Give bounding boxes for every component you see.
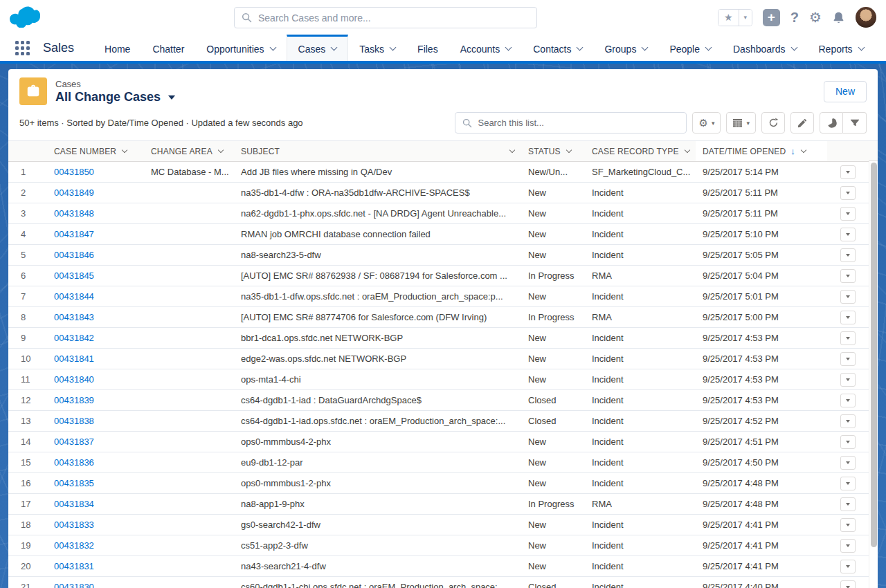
case-number-link[interactable]: 00431850 (54, 167, 94, 177)
list-search (455, 112, 687, 134)
row-actions-button[interactable] (840, 207, 856, 221)
tab-people[interactable]: People (658, 35, 722, 61)
caret-down-icon (846, 420, 850, 423)
tab-accounts[interactable]: Accounts (449, 35, 523, 61)
scrollbar-thumb[interactable] (871, 163, 877, 547)
table-row: 400431847RMAN job OMRCHI database connec… (8, 224, 869, 245)
case-number-link[interactable]: 00431839 (54, 395, 94, 405)
tab-contacts[interactable]: Contacts (522, 35, 593, 61)
tab-groups[interactable]: Groups (593, 35, 658, 61)
case-number-link[interactable]: 00431837 (54, 437, 94, 447)
column-header-subject[interactable]: SUBJECT (234, 141, 521, 162)
row-actions-button[interactable] (840, 248, 856, 262)
charts-button[interactable] (820, 112, 843, 134)
app-launcher-icon[interactable] (15, 41, 30, 55)
refresh-button[interactable] (761, 112, 785, 134)
table-row: 1900431832cs51-app2-3-dfwNewIncident9/25… (8, 535, 869, 556)
case-number-link[interactable]: 00431833 (54, 520, 94, 530)
list-view-controls-button[interactable]: ⚙ ▾ (692, 112, 721, 134)
case-number-link[interactable]: 00431844 (54, 291, 94, 302)
tab-opportunities[interactable]: Opportunities (195, 35, 286, 61)
edit-button[interactable] (790, 112, 814, 134)
case-number-link[interactable]: 00431836 (54, 457, 94, 468)
row-actions-button[interactable] (840, 373, 856, 387)
case-number-link[interactable]: 00431849 (54, 187, 94, 198)
case-number-link[interactable]: 00431835 (54, 478, 94, 488)
row-actions-button[interactable] (840, 311, 856, 324)
row-actions-button[interactable] (840, 518, 856, 532)
row-actions-button[interactable] (840, 394, 856, 407)
case-number-link[interactable]: 00431834 (54, 499, 94, 509)
row-actions-button[interactable] (840, 414, 856, 428)
row-actions-button[interactable] (840, 165, 856, 179)
tab-more[interactable]: More (875, 35, 886, 61)
case-number-link[interactable]: 00431848 (54, 208, 94, 219)
list-search-input[interactable] (478, 118, 679, 128)
case-number-cell: 00431847 (47, 224, 144, 245)
status-cell: New (521, 286, 585, 307)
case-number-link[interactable]: 00431830 (54, 582, 94, 588)
vertical-scrollbar[interactable] (869, 161, 878, 588)
favorite-star-button[interactable]: ★ (718, 10, 739, 26)
row-actions-button[interactable] (840, 331, 856, 345)
display-as-button[interactable]: ▾ (726, 112, 756, 134)
row-actions-button[interactable] (840, 456, 856, 470)
global-actions-button[interactable]: + (763, 9, 780, 26)
caret-down-icon (846, 482, 850, 485)
list-view-selector[interactable]: All Change Cases (55, 90, 175, 104)
status-cell: In Progress (521, 307, 585, 328)
case-number-link[interactable]: 00431841 (54, 353, 94, 364)
status-cell: New (521, 369, 585, 390)
tab-tasks[interactable]: Tasks (348, 35, 406, 61)
tab-cases[interactable]: Cases (287, 35, 349, 61)
tab-chatter[interactable]: Chatter (141, 35, 195, 61)
row-actions-button[interactable] (840, 580, 856, 588)
column-header-status[interactable]: STATUS (521, 141, 585, 162)
status-cell: New (521, 432, 585, 452)
chevron-down-icon (218, 147, 224, 153)
row-actions-button[interactable] (840, 539, 856, 553)
column-header-record_type[interactable]: CASE RECORD TYPE (585, 141, 696, 162)
case-number-link[interactable]: 00431843 (54, 312, 94, 322)
tab-home[interactable]: Home (93, 35, 141, 61)
help-button[interactable]: ? (790, 10, 799, 26)
filter-button[interactable] (843, 112, 867, 134)
case-number-link[interactable]: 00431832 (54, 540, 94, 551)
row-actions-button[interactable] (840, 290, 856, 304)
case-number-link[interactable]: 00431840 (54, 374, 94, 385)
favorites-dropdown-button[interactable]: ▾ (739, 10, 752, 26)
row-actions-button[interactable] (840, 435, 856, 449)
column-header-case_number[interactable]: CASE NUMBER (47, 141, 144, 162)
user-avatar[interactable] (856, 7, 876, 28)
case-number-link[interactable]: 00431845 (54, 270, 94, 281)
list-meta-text: 50+ items · Sorted by Date/Time Opened ·… (19, 118, 303, 128)
global-search-input[interactable] (258, 12, 530, 24)
notifications-button[interactable] (832, 11, 845, 24)
row-actions-button[interactable] (840, 560, 856, 573)
chevron-down-icon (509, 147, 515, 153)
row-actions-button[interactable] (840, 228, 856, 241)
column-header-change_area[interactable]: CHANGE AREA (144, 141, 234, 162)
tab-files[interactable]: Files (406, 35, 449, 61)
new-button[interactable]: New (824, 81, 867, 102)
case-number-link[interactable]: 00431847 (54, 229, 94, 239)
case-number-link[interactable]: 00431842 (54, 333, 94, 343)
status-cell: New (521, 203, 585, 224)
row-actions-button[interactable] (840, 477, 856, 490)
case-number-link[interactable]: 00431846 (54, 250, 94, 260)
change-area-cell (144, 535, 234, 556)
plus-icon: + (768, 10, 775, 25)
setup-button[interactable]: ⚙ (809, 10, 822, 24)
row-actions-button[interactable] (840, 497, 856, 511)
search-icon (462, 118, 472, 128)
tab-dashboards[interactable]: Dashboards (722, 35, 808, 61)
column-header-opened[interactable]: DATE/TIME OPENED↓ (696, 141, 827, 162)
case-number-link[interactable]: 00431831 (54, 561, 94, 571)
case-number-link[interactable]: 00431838 (54, 416, 94, 426)
row-actions-button[interactable] (840, 269, 856, 283)
subject-cell: na8-app1-9-phx (234, 494, 521, 515)
row-actions-button[interactable] (840, 352, 856, 366)
tab-reports[interactable]: Reports (808, 35, 875, 61)
row-actions-button[interactable] (840, 186, 856, 200)
subject-cell: cs60-dgdb1-1-chi.ops.sfdc.net : oraEM_Pr… (234, 577, 521, 588)
